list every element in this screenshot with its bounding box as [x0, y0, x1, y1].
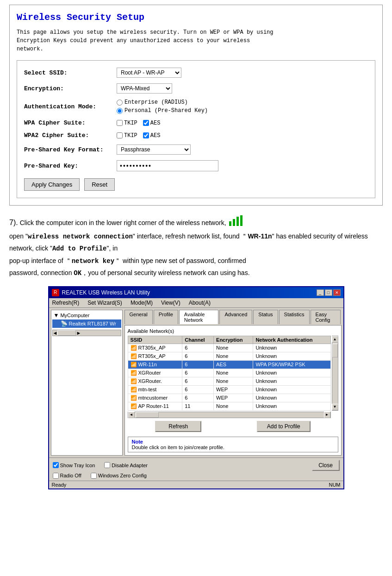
- refresh-button[interactable]: Refresh: [155, 421, 201, 432]
- realtek-utility-window: R REALTEK USB Wireless LAN Utility _ □ ✕…: [48, 286, 344, 489]
- table-row[interactable]: 📶XGRouter 6 None Unknown: [128, 369, 330, 377]
- auth-mode-control: Enterprise (RADIUS) Personal (Pre-Shared…: [117, 99, 208, 114]
- menu-set-wizard[interactable]: Set Wizard(S): [86, 299, 124, 307]
- table-row[interactable]: 📶AP Router-11 11 None Unknown: [128, 402, 330, 410]
- table-row[interactable]: 📶mtncustomer 6 WEP Unknown: [128, 394, 330, 402]
- title-bar: R REALTEK USB Wireless LAN Utility _ □ ✕: [49, 287, 343, 298]
- maximize-button[interactable]: □: [325, 289, 332, 296]
- show-tray-icon-checkbox[interactable]: [53, 462, 59, 468]
- wpa2-tkip-checkbox[interactable]: [117, 132, 123, 138]
- cell-encryption: None: [214, 402, 253, 410]
- tree-item-realtek[interactable]: 📡 Realtek RTL8187 Wr: [52, 319, 121, 328]
- tab-available-network[interactable]: Available Network: [179, 310, 219, 324]
- wpa-aes-checkbox[interactable]: [143, 120, 149, 126]
- table-row[interactable]: 📶RT305x_AP 6 None Unknown: [128, 344, 330, 352]
- scrollbar-right-arrow[interactable]: ►: [76, 330, 81, 336]
- svg-rect-3: [240, 215, 243, 226]
- bottom-bar-2: Radio Off Windows Zero Config: [49, 473, 343, 481]
- tab-general[interactable]: General: [124, 310, 153, 324]
- tab-easy-config[interactable]: Easy Config: [311, 310, 341, 324]
- disable-adapter-checkbox[interactable]: [104, 462, 110, 468]
- tab-profile[interactable]: Profile: [154, 310, 178, 324]
- cell-ssid: 📶RT305x_AP: [128, 344, 182, 352]
- menu-about[interactable]: About(A): [187, 299, 212, 307]
- cell-channel: 6: [182, 352, 214, 360]
- tree-adapter-icon: 📡: [61, 320, 68, 327]
- cell-auth: Unknown: [253, 344, 330, 352]
- network-scrollbar-h[interactable]: ◄ ►: [128, 412, 331, 418]
- title-bar-text: REALTEK USB Wireless LAN Utility: [62, 289, 150, 296]
- title-bar-left: R REALTEK USB Wireless LAN Utility: [52, 289, 150, 296]
- scrollbar-h-thumb[interactable]: [136, 412, 159, 418]
- menu-mode[interactable]: Mode(M): [129, 299, 154, 307]
- network-table-main: SSID Channel Encryption Network Authenti…: [128, 336, 331, 411]
- reset-button[interactable]: Reset: [84, 178, 115, 191]
- tab-advanced[interactable]: Advanced: [219, 310, 252, 324]
- wpa2-cipher-row: WPA2 Cipher Suite: TKIP AES: [24, 132, 368, 139]
- scrollbar-up-arrow[interactable]: ▲: [332, 336, 338, 343]
- table-row[interactable]: 📶mtn-test 6 WEP Unknown: [128, 385, 330, 394]
- network-table: SSID Channel Encryption Network Authenti…: [128, 336, 331, 411]
- enterprise-radio[interactable]: [117, 100, 123, 106]
- wpa-tkip-checkbox[interactable]: [117, 120, 123, 126]
- note-section: Note Double click on item to join/create…: [128, 437, 338, 452]
- wpa-tkip-label: TKIP: [124, 120, 137, 126]
- menu-view[interactable]: View(V): [160, 299, 182, 307]
- scrollbar-down-arrow[interactable]: ▼: [332, 404, 338, 410]
- radio-off-check: Radio Off: [53, 473, 81, 479]
- tree-mycomputer-label: MyComputer: [60, 313, 89, 318]
- note-text: Double click on item to join/create prof…: [132, 445, 334, 450]
- close-window-button[interactable]: ✕: [333, 289, 341, 296]
- personal-radio[interactable]: [117, 108, 123, 114]
- wpa2-cipher-control: TKIP AES: [117, 132, 160, 139]
- key-value-row: Pre-Shared Key:: [24, 160, 368, 171]
- tree-item-mycomputer[interactable]: ▼ MyComputer: [52, 311, 121, 319]
- ok-text: OK: [74, 269, 81, 277]
- menu-refresh[interactable]: Refresh(R): [51, 299, 81, 307]
- tab-status[interactable]: Status: [253, 310, 278, 324]
- tab-bar: General Profile Available Network Advanc…: [124, 310, 342, 324]
- windows-zero-config-checkbox[interactable]: [91, 473, 97, 479]
- network-scrollbar-v[interactable]: ▲ ▼: [332, 336, 338, 411]
- ssid-select[interactable]: Root AP - WR-AP: [117, 68, 181, 78]
- wpa-cipher-control: TKIP AES: [117, 120, 160, 126]
- svg-rect-0: [229, 221, 231, 226]
- wpa-aes-label: AES: [150, 120, 161, 126]
- wpa2-aes-checkbox[interactable]: [143, 132, 149, 138]
- minimize-button[interactable]: _: [317, 289, 324, 296]
- show-tray-icon-check: Show Tray Icon: [53, 460, 95, 471]
- wpa2-cipher-label: WPA2 Cipher Suite:: [24, 132, 117, 139]
- preshared-key-input[interactable]: [117, 160, 218, 171]
- key-format-select[interactable]: Passphrase: [117, 144, 191, 155]
- cell-auth: Unknown: [253, 352, 330, 360]
- scrollbar-h-right-arrow[interactable]: ►: [324, 412, 330, 418]
- description-text: This page allows you setup the wireless …: [17, 28, 375, 53]
- left-scrollbar-h[interactable]: ◄ ►: [52, 330, 121, 336]
- tree-realtek-label: Realtek RTL8187 Wr: [69, 321, 116, 326]
- scrollbar-left-arrow[interactable]: ◄: [53, 330, 58, 336]
- cell-encryption: None: [214, 344, 253, 352]
- scrollbar-h-thumb[interactable]: [57, 330, 76, 336]
- add-to-profile-button[interactable]: Add to Profile: [257, 421, 311, 432]
- cell-channel: 11: [182, 402, 214, 410]
- tab-statistics[interactable]: Statistics: [279, 310, 310, 324]
- table-row[interactable]: 📶XGRouter. 6 None Unknown: [128, 377, 330, 385]
- close-button[interactable]: Close: [312, 460, 340, 471]
- radio-off-label: Radio Off: [60, 473, 81, 478]
- encryption-label: Encryption:: [24, 85, 117, 92]
- encryption-select[interactable]: WPA-Mixed: [117, 83, 172, 94]
- table-row[interactable]: 📶WR-11n 6 AES WPA PSK/WPA2 PSK: [128, 360, 330, 369]
- key-value-control: [117, 160, 218, 171]
- title-bar-buttons: _ □ ✕: [317, 289, 341, 296]
- apply-changes-button[interactable]: Apply Changes: [24, 178, 80, 191]
- scrollbar-v-thumb[interactable]: [332, 344, 338, 357]
- key-format-row: Pre-Shared Key Format: Passphrase: [24, 144, 368, 155]
- radio-off-checkbox[interactable]: [53, 473, 59, 479]
- table-row[interactable]: 📶RT305x_AP 6 None Unknown: [128, 352, 330, 360]
- svg-rect-1: [233, 219, 235, 226]
- cell-encryption: WEP: [214, 394, 253, 402]
- close-btn-area: Close: [312, 460, 340, 471]
- scrollbar-h-left-arrow[interactable]: ◄: [128, 412, 135, 418]
- table-header-row: SSID Channel Encryption Network Authenti…: [128, 336, 330, 344]
- col-ssid: SSID: [128, 336, 182, 344]
